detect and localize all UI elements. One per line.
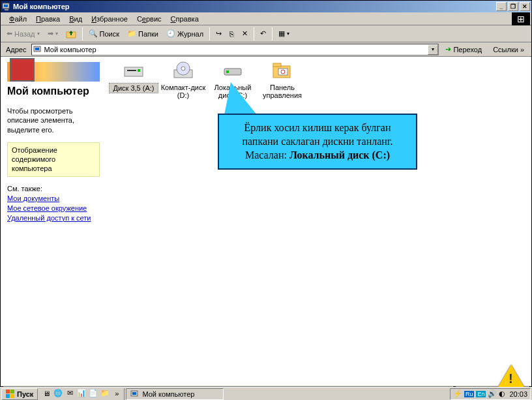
svg-rect-15 — [273, 63, 281, 67]
lang-en-indicator[interactable]: En — [476, 391, 486, 397]
svg-rect-25 — [132, 392, 136, 395]
copy-to-button[interactable]: ⎘ — [226, 27, 237, 41]
windows-logo-icon — [6, 390, 15, 399]
ql-oe-icon[interactable]: ✉ — [65, 388, 75, 399]
go-button[interactable]: ➜ Переход — [441, 43, 486, 55]
up-button[interactable] — [63, 27, 80, 41]
links-button[interactable]: Ссылки » — [488, 44, 529, 55]
clock[interactable]: 20:03 — [507, 390, 527, 398]
callout-text-2: Масалан: Локальный диск (C:) — [227, 149, 408, 162]
start-button[interactable]: Пуск — [1, 388, 38, 400]
system-tray: ⚡ Ru En 🔊 ◐ 20:03 — [450, 388, 531, 400]
forward-arrow-icon: ➡ — [48, 29, 53, 38]
svg-rect-7 — [127, 70, 136, 71]
copy-icon: ⎘ — [229, 30, 234, 38]
svg-rect-20 — [6, 390, 10, 393]
address-combo[interactable]: Мой компьютер ▾ — [31, 44, 439, 55]
svg-rect-2 — [5, 9, 8, 10]
computer-icon — [2, 2, 11, 11]
menu-tools[interactable]: Сервис — [132, 14, 166, 24]
ql-more-icon[interactable]: » — [111, 388, 122, 399]
sidebar: Мой компьютер Чтобы просмотреть описание… — [1, 57, 106, 385]
ql-desktop-icon[interactable]: 🖥 — [41, 388, 52, 399]
menu-help[interactable]: Справка — [166, 14, 203, 24]
move-icon: ↪ — [216, 29, 222, 38]
maximize-button[interactable]: ❐ — [508, 2, 518, 11]
ql-app2-icon[interactable]: 📁 — [100, 388, 110, 399]
close-button[interactable]: ✕ — [520, 2, 530, 11]
search-button[interactable]: 🔍 Поиск — [85, 27, 123, 41]
folders-button[interactable]: 📁 Папки — [124, 27, 162, 41]
control-panel-icon — [272, 61, 293, 82]
computer-icon — [130, 390, 140, 399]
window-title: Мой компьютер — [13, 3, 496, 10]
back-button[interactable]: ⬅ Назад ▾ — [3, 27, 43, 41]
menubar: ФФайлайл Правка Вид Избранное Сервис Спр… — [1, 12, 531, 25]
toolbar: ⬅ Назад ▾ ➡ ▾ 🔍 Поиск 📁 Папки 🕘 Журнал ↪… — [1, 25, 531, 42]
svg-rect-21 — [10, 390, 14, 393]
floppy-drive-icon — [123, 61, 144, 82]
ql-ie-icon[interactable]: 🌐 — [53, 388, 63, 399]
chevron-down-icon: ▾ — [37, 31, 40, 37]
sidebar-banner-icon — [7, 62, 100, 82]
sidebar-link-dialup[interactable]: Удаленный доступ к сети — [7, 214, 100, 222]
search-icon: 🔍 — [89, 29, 98, 38]
delete-button[interactable]: ✕ — [239, 27, 251, 41]
svg-rect-22 — [6, 394, 10, 398]
sidebar-highlight: Отображение содержимого компьютера — [7, 142, 100, 177]
forward-button[interactable]: ➡ ▾ — [44, 27, 61, 41]
views-icon: ▦ — [278, 29, 285, 38]
chevron-down-icon: ▾ — [55, 31, 58, 37]
cd-drive-icon — [173, 61, 194, 82]
instruction-callout: Ёрлик хосил килиш керак булган папкани с… — [218, 114, 417, 170]
svg-rect-8 — [138, 69, 140, 72]
callout-pointer — [224, 82, 257, 115]
tray-app-icon[interactable]: ◐ — [499, 390, 505, 398]
computer-icon — [33, 45, 42, 54]
tray-volume-icon[interactable]: 🔊 — [488, 390, 497, 398]
ql-excel-icon[interactable]: 📊 — [76, 388, 87, 399]
menu-view[interactable]: Вид — [65, 14, 87, 24]
content-area: Мой компьютер Чтобы просмотреть описание… — [1, 57, 531, 385]
svg-rect-1 — [4, 5, 8, 7]
lang-ru-indicator[interactable]: Ru — [464, 391, 475, 397]
icon-view[interactable]: Диск 3,5 (A:) Компакт-диск (D:) Локальны… — [106, 57, 531, 385]
address-dropdown-button[interactable]: ▾ — [428, 44, 438, 55]
drive-cd[interactable]: Компакт-диск (D:) — [158, 61, 208, 100]
menu-edit[interactable]: Правка — [31, 14, 65, 24]
minimize-button[interactable]: _ — [496, 2, 507, 11]
sidebar-link-network[interactable]: Мое сетевое окружение — [7, 204, 100, 212]
history-icon: 🕘 — [166, 29, 175, 38]
svg-rect-13 — [226, 70, 229, 73]
see-also-label: См. также: — [7, 185, 100, 192]
drive-label: Панель управления — [258, 83, 307, 100]
delete-icon: ✕ — [242, 29, 248, 38]
move-to-button[interactable]: ↪ — [213, 27, 225, 41]
go-icon: ➜ — [445, 45, 451, 54]
menu-file[interactable]: ФФайлайл — [5, 14, 31, 24]
address-label: Адрес — [3, 46, 29, 54]
windows-logo-icon — [512, 12, 530, 25]
taskbar-task-mycomputer[interactable]: Мой компьютер — [126, 388, 224, 400]
control-panel[interactable]: Панель управления — [258, 61, 307, 100]
back-arrow-icon: ⬅ — [7, 29, 12, 38]
undo-icon: ↶ — [260, 29, 266, 38]
sidebar-title: Мой компьютер — [7, 85, 100, 97]
local-disk-icon — [222, 61, 243, 82]
sidebar-link-documents[interactable]: Мои документы — [7, 194, 100, 202]
sidebar-description: Чтобы просмотреть описание элемента, выд… — [7, 106, 100, 134]
explorer-window: Мой компьютер _ ❐ ✕ ФФайлайл Правка Вид … — [0, 0, 532, 387]
chevron-down-icon: ▾ — [287, 31, 289, 37]
undo-button[interactable]: ↶ — [257, 27, 269, 41]
history-button[interactable]: 🕘 Журнал — [163, 27, 207, 41]
address-value: Мой компьютер — [44, 46, 96, 54]
svg-rect-23 — [10, 394, 14, 398]
drive-floppy[interactable]: Диск 3,5 (A:) — [109, 61, 158, 93]
views-button[interactable]: ▦ ▾ — [275, 27, 293, 41]
menu-favorites[interactable]: Избранное — [87, 14, 132, 24]
drive-label: Диск 3,5 (A:) — [109, 83, 158, 93]
titlebar[interactable]: Мой компьютер _ ❐ ✕ — [1, 1, 531, 12]
ql-app-icon[interactable]: 📄 — [88, 388, 98, 399]
tray-icon[interactable]: ⚡ — [453, 390, 462, 398]
quick-launch: 🖥 🌐 ✉ 📊 📄 📁 » — [39, 388, 125, 400]
